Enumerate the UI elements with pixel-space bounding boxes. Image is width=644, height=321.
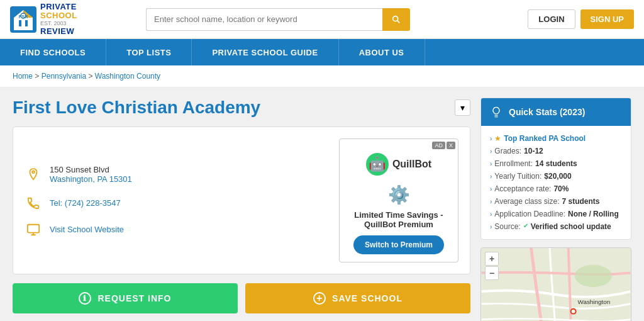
qs-arrow-icon-8: › [490,223,492,230]
breadcrumb-home[interactable]: Home [13,72,33,81]
svg-rect-11 [482,248,631,321]
phone-row: Tel: (724) 228-3547 [25,196,329,210]
qs-arrow-icon-6: › [490,198,492,205]
phone-label: Tel: [50,198,65,208]
logo-line3: REVIEW [40,27,77,36]
search-icon [391,14,401,25]
qs-arrow-icon-3: › [490,160,492,167]
address-line2: Washington, PA 15301 [50,174,132,184]
monitor-icon [25,223,42,237]
ad-cta-button[interactable]: Switch to Premium [353,235,444,254]
qs-arrow-icon-7: › [490,211,492,218]
qs-grades-value: 10-12 [524,147,543,155]
qs-top-ranked-row: › ★ Top Ranked PA School [490,132,622,145]
school-name: First Love Christian Academy [13,98,455,118]
header: PSR PRIVATE SCHOOL EST. 2003 REVIEW LOGI… [0,0,644,39]
action-buttons: ℹ REQUEST INFO + SAVE SCHOOL [13,283,470,313]
search-input[interactable] [146,8,382,31]
save-school-plus-icon: + [313,292,326,305]
qs-source-value: Verified school update [531,222,611,231]
search-button[interactable] [382,8,410,31]
advertisement-box: AD X 🤖 QuillBot ⚙️ Limited Time Savings … [339,138,458,262]
qs-deadline-value: None / Rolling [568,210,619,218]
svg-point-15 [572,310,575,313]
signup-button[interactable]: SIGN UP [580,9,634,29]
svg-rect-4 [21,20,25,26]
breadcrumb-sep1: > [35,72,41,81]
school-info-card: 150 Sunset Blvd Washington, PA 15301 Tel… [13,127,470,274]
qs-acceptance-value: 70% [553,184,569,193]
location-icon [25,167,42,181]
qs-enrollment-value: 14 students [535,159,577,168]
save-school-label: SAVE SCHOOL [332,293,402,303]
map-zoom-out-button[interactable]: − [485,266,499,280]
qs-top-ranked: ★ Top Ranked PA School [494,134,586,143]
main-nav: FIND SCHOOLS TOP LISTS PRIVATE SCHOOL GU… [0,39,644,65]
quick-stats-header: Quick Stats (2023) [481,98,631,126]
save-school-button[interactable]: + SAVE SCHOOL [245,283,470,313]
qs-source-row: › Source: ✔ Verified school update [490,220,622,233]
svg-point-12 [575,265,612,288]
breadcrumb: Home > Pennsylvania > Washington County [0,65,644,87]
school-info-left: 150 Sunset Blvd Washington, PA 15301 Tel… [25,138,329,262]
ad-logo: 🤖 QuillBot [366,153,431,176]
login-button[interactable]: LOGIN [528,9,575,29]
map-box: + − ⤢ Washington [480,247,631,321]
request-info-button[interactable]: ℹ REQUEST INFO [13,283,238,313]
logo[interactable]: PSR PRIVATE SCHOOL EST. 2003 REVIEW [10,3,136,36]
nav-private-school-guide[interactable]: PRIVATE SCHOOL GUIDE [192,39,338,65]
qs-class-size-row: › Average class size: 7 students [490,195,622,208]
qs-tuition-row: › Yearly Tuition: $20,000 [490,170,622,183]
search-wrap [146,8,410,31]
qs-tuition-label: Yearly Tuition: [494,172,541,181]
qs-deadline-row: › Application Deadline: None / Rolling [490,208,622,220]
top-ranked-link[interactable]: Top Ranked PA School [504,134,586,143]
ad-logo-circle: 🤖 [366,153,389,176]
star-icon: ★ [494,134,501,143]
ad-close-button[interactable]: X [447,142,455,149]
qs-tuition-value: $20,000 [544,172,571,181]
website-link[interactable]: Visit School Website [50,225,124,234]
breadcrumb-state[interactable]: Pennsylvania [42,72,86,81]
qs-class-size-value: 7 students [562,197,600,206]
qs-acceptance-label: Acceptance rate: [494,184,551,193]
address-line1: 150 Sunset Blvd [50,165,132,174]
breadcrumb-sep2: > [88,72,94,81]
map-svg: Washington [481,248,631,321]
request-info-circle-icon: ℹ [79,292,91,305]
quick-stats-body: › ★ Top Ranked PA School › Grades: 10-12… [481,126,631,239]
nav-top-lists[interactable]: TOP LISTS [106,39,192,65]
phone-text: Tel: (724) 228-3547 [50,198,121,208]
ad-controls: AD X [432,142,455,149]
qs-acceptance-row: › Acceptance rate: 70% [490,183,622,195]
address-row: 150 Sunset Blvd Washington, PA 15301 [25,165,329,184]
qs-arrow-icon-2: › [490,148,492,155]
qs-grades-label: Grades: [494,147,521,155]
logo-line2: SCHOOL [40,11,77,20]
phone-number: (724) 228-3547 [65,198,121,208]
svg-point-9 [32,171,35,173]
svg-text:Washington: Washington [578,298,611,305]
qs-deadline-label: Application Deadline: [494,210,565,218]
qs-arrow-icon-4: › [490,173,492,180]
quick-stats-title: Quick Stats (2023) [509,107,585,117]
svg-line-8 [397,20,400,23]
breadcrumb-county[interactable]: Washington County [95,72,160,81]
nav-about-us[interactable]: ABOUT US [339,39,425,65]
phone-icon [25,196,42,210]
title-dropdown-button[interactable]: ▾ [455,99,470,116]
ad-visual-icon: ⚙️ [388,184,410,205]
quillbot-robot-icon: 🤖 [369,156,386,172]
phone-link[interactable]: Tel: (724) 228-3547 [50,198,121,208]
svg-text:PSR: PSR [19,14,28,19]
logo-line1: PRIVATE [40,3,77,11]
ad-label: AD [432,142,445,149]
map-zoom-in-button[interactable]: + [485,252,499,266]
lightbulb-icon [490,106,502,118]
qs-grades-row: › Grades: 10-12 [490,145,622,157]
quick-stats-card: Quick Stats (2023) › ★ Top Ranked PA Sch… [480,98,631,240]
school-title-row: First Love Christian Academy ▾ [13,98,470,118]
address-text: 150 Sunset Blvd Washington, PA 15301 [50,165,132,184]
nav-find-schools[interactable]: FIND SCHOOLS [0,39,106,65]
logo-icon: PSR [10,6,36,33]
